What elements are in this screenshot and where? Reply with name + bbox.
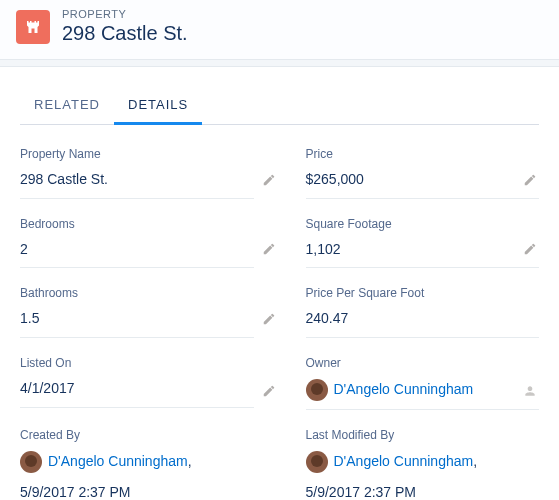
avatar <box>20 451 42 473</box>
pencil-icon[interactable] <box>262 384 276 402</box>
field-label: Listed On <box>20 356 254 370</box>
record-title: 298 Castle St. <box>62 21 188 45</box>
object-type-label: PROPERTY <box>62 8 188 21</box>
field-label: Bathrooms <box>20 286 254 300</box>
field-property-name: Property Name 298 Castle St. <box>20 147 280 217</box>
field-created-by: Created By D'Angelo Cunningham, 5/9/2017… <box>20 428 280 500</box>
avatar <box>306 379 328 401</box>
field-label: Owner <box>306 356 540 370</box>
last-modified-by-timestamp: 5/9/2017 2:37 PM <box>306 483 540 500</box>
field-value: D'Angelo Cunningham, 5/9/2017 2:37 PM <box>306 451 540 500</box>
field-value: 1.5 <box>20 309 254 338</box>
svg-rect-0 <box>32 28 35 33</box>
field-value: 298 Castle St. <box>20 170 254 199</box>
field-last-modified-by: Last Modified By D'Angelo Cunningham, 5/… <box>280 428 540 500</box>
tab-details[interactable]: DETAILS <box>114 87 202 125</box>
field-value: 1,102 <box>306 240 540 269</box>
field-label: Square Footage <box>306 217 540 231</box>
section-divider <box>0 59 559 67</box>
tab-bar: RELATED DETAILS <box>20 87 539 125</box>
field-label: Property Name <box>20 147 254 161</box>
record-content: RELATED DETAILS Property Name 298 Castle… <box>0 67 559 500</box>
field-square-footage: Square Footage 1,102 <box>280 217 540 287</box>
details-panel: Property Name 298 Castle St. Price $265,… <box>20 125 539 500</box>
field-value: D'Angelo Cunningham <box>306 379 540 410</box>
field-label: Bedrooms <box>20 217 254 231</box>
created-by-link[interactable]: D'Angelo Cunningham <box>48 452 188 472</box>
owner-link[interactable]: D'Angelo Cunningham <box>334 380 474 400</box>
pencil-icon[interactable] <box>262 312 276 330</box>
field-label: Price Per Square Foot <box>306 286 540 300</box>
field-bathrooms: Bathrooms 1.5 <box>20 286 280 356</box>
separator: , <box>473 452 477 472</box>
avatar <box>306 451 328 473</box>
field-bedrooms: Bedrooms 2 <box>20 217 280 287</box>
field-label: Last Modified By <box>306 428 540 442</box>
separator: , <box>188 452 192 472</box>
field-price: Price $265,000 <box>280 147 540 217</box>
tab-related[interactable]: RELATED <box>20 87 114 124</box>
field-value: $265,000 <box>306 170 540 199</box>
pencil-icon[interactable] <box>523 173 537 191</box>
field-value: D'Angelo Cunningham, 5/9/2017 2:37 PM <box>20 451 254 500</box>
field-price-per-square-foot: Price Per Square Foot 240.47 <box>280 286 540 356</box>
field-value: 2 <box>20 240 254 269</box>
field-owner: Owner D'Angelo Cunningham <box>280 356 540 428</box>
castle-icon <box>16 10 50 44</box>
field-value: 240.47 <box>306 309 540 338</box>
field-value: 4/1/2017 <box>20 379 254 408</box>
change-owner-icon[interactable] <box>523 384 537 402</box>
pencil-icon[interactable] <box>523 242 537 260</box>
field-label: Price <box>306 147 540 161</box>
field-label: Created By <box>20 428 254 442</box>
field-listed-on: Listed On 4/1/2017 <box>20 356 280 428</box>
header-text: PROPERTY 298 Castle St. <box>62 8 188 45</box>
created-by-timestamp: 5/9/2017 2:37 PM <box>20 483 254 500</box>
record-header: PROPERTY 298 Castle St. <box>0 0 559 59</box>
last-modified-by-link[interactable]: D'Angelo Cunningham <box>334 452 474 472</box>
pencil-icon[interactable] <box>262 173 276 191</box>
pencil-icon[interactable] <box>262 242 276 260</box>
